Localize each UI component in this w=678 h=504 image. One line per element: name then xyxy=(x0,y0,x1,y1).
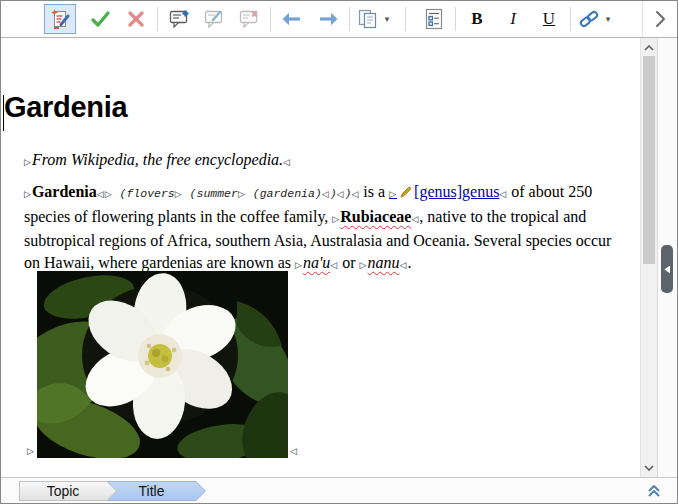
copy-icon xyxy=(356,7,380,31)
format-marker: ▷ xyxy=(24,189,32,199)
navigate-back-button[interactable] xyxy=(276,4,308,34)
keyword-text: (gardenia) xyxy=(246,187,322,200)
format-marker: ▷ xyxy=(238,189,246,199)
misspelled-italic-text: na'u xyxy=(303,254,330,271)
topic-outline-icon xyxy=(422,7,446,31)
chevron-up-icon xyxy=(644,45,654,51)
edit-mode-button[interactable] xyxy=(44,4,76,34)
arrow-left-icon xyxy=(279,7,305,31)
edit-comment-button[interactable] xyxy=(198,4,230,34)
underline-button[interactable]: U xyxy=(533,4,565,34)
italic-label: I xyxy=(510,9,516,29)
link-pencil-icon xyxy=(397,183,414,200)
format-marker: ▷ xyxy=(360,260,368,270)
topic-options-button[interactable] xyxy=(418,4,450,34)
format-marker: ▷ xyxy=(175,189,183,199)
navigate-forward-button[interactable] xyxy=(312,4,344,34)
editor-tab-bar: Topic Title xyxy=(1,477,677,503)
body-text: or xyxy=(338,254,359,271)
delete-comment-button[interactable] xyxy=(233,4,265,34)
misspelled-italic-text: nanu xyxy=(368,254,400,271)
scrollbar-thumb[interactable] xyxy=(643,56,655,264)
format-marker: ▷ xyxy=(24,157,32,167)
copy-button[interactable] xyxy=(355,4,381,34)
edit-document-icon xyxy=(48,7,72,31)
keyword-text: ) xyxy=(330,187,337,200)
chevron-right-icon xyxy=(651,9,669,29)
edit-comment-icon xyxy=(202,7,226,31)
scroll-up-button[interactable] xyxy=(641,40,657,56)
main-paragraph: ▷Gardenia◁▷ (flovers▷ (summer▷ (gardenia… xyxy=(24,181,620,276)
format-marker: ▷ xyxy=(389,189,397,199)
chevron-down-icon xyxy=(644,465,654,471)
scroll-down-button[interactable] xyxy=(641,460,657,476)
subtitle-text: From Wikipedia, the free encyclopedia. xyxy=(32,151,283,168)
format-marker: ▷ xyxy=(27,446,35,456)
cancel-button[interactable] xyxy=(120,4,152,34)
bold-label: B xyxy=(471,9,482,29)
double-chevron-up-icon xyxy=(646,483,662,499)
check-icon xyxy=(88,7,112,31)
vertical-scrollbar[interactable] xyxy=(640,38,658,478)
add-comment-icon xyxy=(167,7,191,31)
toolbar-overflow-button[interactable] xyxy=(642,1,677,37)
arrow-right-icon xyxy=(315,7,341,31)
save-confirm-button[interactable] xyxy=(84,4,116,34)
cross-icon xyxy=(124,7,148,31)
toolbar-separator xyxy=(270,7,271,31)
insert-link-button[interactable] xyxy=(576,4,602,34)
toolbar-separator xyxy=(405,7,406,31)
topic-link[interactable]: [genus]genus xyxy=(414,183,499,200)
triangle-left-icon xyxy=(664,265,671,274)
tab-title[interactable]: Title xyxy=(107,481,206,501)
format-marker: ◁ xyxy=(290,446,298,456)
toolbar: ▾ B I U xyxy=(1,1,677,38)
link-icon xyxy=(577,7,601,31)
link-dropdown-arrow[interactable]: ▾ xyxy=(602,14,614,24)
toolbar-separator xyxy=(349,7,350,31)
topic-editor-canvas[interactable]: Gardenia ▷From Wikipedia, the free encyc… xyxy=(1,38,640,478)
italic-button[interactable]: I xyxy=(497,4,529,34)
bold-button[interactable]: B xyxy=(461,4,493,34)
toolbar-separator xyxy=(570,7,571,31)
toolbar-separator xyxy=(157,7,158,31)
add-comment-button[interactable] xyxy=(163,4,195,34)
expand-panel-button[interactable] xyxy=(645,482,663,500)
body-text: is a xyxy=(359,183,389,200)
format-marker: ◁ xyxy=(337,189,345,199)
toolbar-separator xyxy=(455,7,456,31)
panel-expand-grip[interactable] xyxy=(661,245,673,293)
tab-topic-label: Topic xyxy=(20,482,116,500)
keyword-text: (flovers xyxy=(113,187,175,200)
bold-text: Gardenia xyxy=(32,183,97,200)
format-marker: ◁▷ xyxy=(97,189,113,199)
keyword-text: (summer xyxy=(183,187,238,200)
underline-label: U xyxy=(543,9,555,29)
format-marker: ▷ xyxy=(295,260,303,270)
tab-topic[interactable]: Topic xyxy=(19,481,117,501)
misspelled-bold-text: Rubiaceae xyxy=(340,208,411,225)
body-text: . xyxy=(407,254,411,271)
format-marker: ◁ xyxy=(283,157,291,167)
tab-title-label: Title xyxy=(108,482,205,500)
gardenia-flower-photo xyxy=(37,271,288,458)
image-paragraph: ▷ xyxy=(25,271,300,458)
format-marker: ◁ xyxy=(322,189,330,199)
editor-window: ▾ B I U xyxy=(0,0,678,504)
subtitle-line: ▷From Wikipedia, the free encyclopedia.◁ xyxy=(24,151,291,169)
delete-comment-icon xyxy=(237,7,261,31)
copy-dropdown-arrow[interactable]: ▾ xyxy=(381,14,393,24)
page-title: Gardenia xyxy=(4,91,127,124)
